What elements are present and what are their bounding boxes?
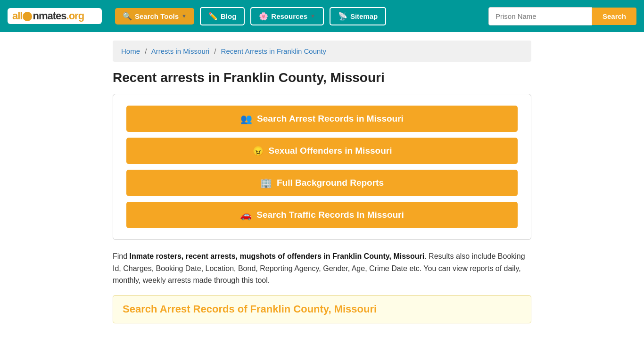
search-arrest-button[interactable]: 👥 Search Arrest Records in Missouri	[126, 106, 518, 132]
description-bold: Inmate rosters, recent arrests, mugshots…	[130, 252, 425, 260]
breadcrumb-sep-2: /	[214, 47, 216, 55]
sexual-offenders-label: Sexual Offenders in Missouri	[269, 146, 392, 156]
blog-button[interactable]: ✏️ Blog	[200, 7, 245, 25]
sitemap-button[interactable]: 📡 Sitemap	[330, 7, 386, 25]
breadcrumb: Home / Arrests in Missouri / Recent Arre…	[113, 41, 531, 62]
building-icon: 🏢	[260, 177, 272, 189]
traffic-records-label: Search Traffic Records In Missouri	[256, 210, 404, 220]
search-section-box: Search Arrest Records of Franklin County…	[113, 295, 531, 323]
description-prefix: Find	[113, 252, 130, 260]
header-search-area: Search	[488, 7, 636, 25]
search-tools-label: Search Tools	[135, 12, 179, 20]
background-reports-label: Full Background Reports	[277, 178, 384, 188]
resources-button[interactable]: 🌸 Resources ▼	[250, 7, 324, 25]
resources-label: Resources	[271, 12, 307, 20]
breadcrumb-sep-1: /	[145, 47, 147, 55]
chevron-down-icon: ▼	[182, 13, 187, 19]
main-content: Home / Arrests in Missouri / Recent Arre…	[105, 41, 539, 323]
car-icon: 🚗	[240, 209, 252, 221]
sitemap-label: Sitemap	[350, 12, 378, 20]
action-card: 👥 Search Arrest Records in Missouri 😠 Se…	[113, 94, 531, 240]
main-header: allnmates.org 🔍 Search Tools ▼ ✏️ Blog 🌸…	[0, 0, 644, 32]
blog-label: Blog	[221, 12, 236, 20]
description-text: Find Inmate rosters, recent arrests, mug…	[113, 250, 531, 287]
search-tools-button[interactable]: 🔍 Search Tools ▼	[115, 8, 194, 25]
search-section-title: Search Arrest Records of Franklin County…	[123, 303, 521, 315]
traffic-records-button[interactable]: 🚗 Search Traffic Records In Missouri	[126, 202, 518, 228]
background-reports-button[interactable]: 🏢 Full Background Reports	[126, 170, 518, 196]
sexual-offenders-button[interactable]: 😠 Sexual Offenders in Missouri	[126, 138, 518, 164]
chevron-down-icon-2: ▼	[310, 13, 315, 19]
resources-icon: 🌸	[259, 12, 268, 21]
people-icon: 👥	[240, 113, 252, 124]
site-logo[interactable]: allnmates.org	[8, 8, 102, 24]
angry-face-icon: 😠	[252, 145, 264, 156]
page-title: Recent arrests in Franklin County, Misso…	[113, 70, 531, 85]
search-icon: 🔍	[123, 12, 132, 21]
prison-search-button[interactable]: Search	[592, 8, 636, 25]
breadcrumb-arrests-missouri[interactable]: Arrests in Missouri	[151, 47, 209, 55]
blog-icon: ✏️	[208, 12, 218, 21]
logo-text: allnmates.org	[12, 10, 84, 22]
breadcrumb-home[interactable]: Home	[121, 47, 140, 55]
breadcrumb-current[interactable]: Recent Arrests in Franklin County	[221, 47, 326, 55]
sitemap-icon: 📡	[338, 12, 347, 21]
prison-search-input[interactable]	[488, 7, 592, 25]
search-arrest-label: Search Arrest Records in Missouri	[257, 114, 404, 124]
